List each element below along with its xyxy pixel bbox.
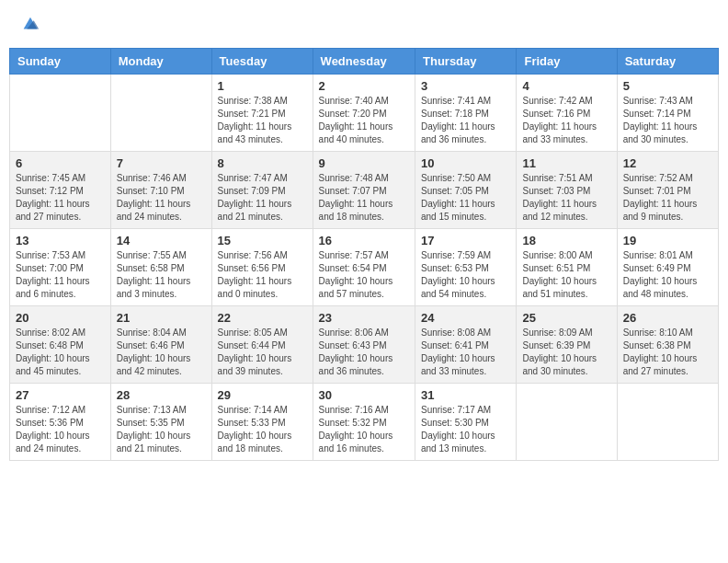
day-info: Sunrise: 8:01 AMSunset: 6:49 PMDaylight:… [623, 249, 712, 301]
calendar-cell: 28Sunrise: 7:13 AMSunset: 5:35 PMDayligh… [110, 384, 211, 461]
calendar-cell: 25Sunrise: 8:09 AMSunset: 6:39 PMDayligh… [517, 306, 617, 384]
day-number: 23 [319, 311, 409, 325]
calendar-cell: 3Sunrise: 7:41 AMSunset: 7:18 PMDaylight… [415, 75, 517, 152]
calendar-cell: 26Sunrise: 8:10 AMSunset: 6:38 PMDayligh… [617, 306, 718, 384]
calendar-cell: 18Sunrise: 8:00 AMSunset: 6:51 PMDayligh… [517, 229, 617, 306]
calendar: SundayMondayTuesdayWednesdayThursdayFrid… [9, 48, 719, 461]
day-of-week-header: Saturday [617, 49, 718, 75]
day-info: Sunrise: 7:55 AMSunset: 6:58 PMDaylight:… [117, 249, 206, 301]
calendar-cell: 6Sunrise: 7:45 AMSunset: 7:12 PMDaylight… [10, 152, 111, 229]
day-info: Sunrise: 8:05 AMSunset: 6:44 PMDaylight:… [218, 327, 307, 378]
day-info: Sunrise: 7:51 AMSunset: 7:03 PMDaylight:… [522, 172, 610, 224]
day-info: Sunrise: 8:04 AMSunset: 6:46 PMDaylight:… [117, 327, 206, 378]
logo [18, 14, 40, 34]
day-number: 16 [319, 234, 409, 247]
day-info: Sunrise: 7:42 AMSunset: 7:16 PMDaylight:… [522, 95, 610, 146]
calendar-cell: 30Sunrise: 7:16 AMSunset: 5:32 PMDayligh… [313, 384, 415, 461]
day-of-week-header: Friday [517, 49, 617, 75]
calendar-cell [517, 384, 617, 461]
calendar-cell: 19Sunrise: 8:01 AMSunset: 6:49 PMDayligh… [617, 229, 718, 306]
day-number: 2 [319, 79, 409, 93]
day-info: Sunrise: 7:12 AMSunset: 5:36 PMDaylight:… [16, 404, 105, 455]
day-info: Sunrise: 8:06 AMSunset: 6:43 PMDaylight:… [319, 327, 409, 378]
calendar-cell: 16Sunrise: 7:57 AMSunset: 6:54 PMDayligh… [313, 229, 415, 306]
day-info: Sunrise: 8:10 AMSunset: 6:38 PMDaylight:… [623, 327, 712, 378]
day-number: 26 [623, 311, 712, 325]
calendar-cell: 31Sunrise: 7:17 AMSunset: 5:30 PMDayligh… [415, 384, 517, 461]
day-info: Sunrise: 8:09 AMSunset: 6:39 PMDaylight:… [522, 327, 610, 378]
day-info: Sunrise: 7:38 AMSunset: 7:21 PMDaylight:… [218, 95, 307, 146]
calendar-cell: 7Sunrise: 7:46 AMSunset: 7:10 PMDaylight… [110, 152, 211, 229]
calendar-week-row: 13Sunrise: 7:53 AMSunset: 7:00 PMDayligh… [10, 229, 719, 306]
day-number: 1 [218, 79, 307, 93]
calendar-cell: 17Sunrise: 7:59 AMSunset: 6:53 PMDayligh… [415, 229, 517, 306]
calendar-week-row: 27Sunrise: 7:12 AMSunset: 5:36 PMDayligh… [10, 384, 719, 461]
day-number: 4 [522, 79, 610, 93]
day-number: 10 [421, 156, 510, 170]
calendar-cell: 8Sunrise: 7:47 AMSunset: 7:09 PMDaylight… [211, 152, 313, 229]
day-number: 6 [16, 156, 105, 170]
day-info: Sunrise: 7:40 AMSunset: 7:20 PMDaylight:… [319, 95, 409, 146]
day-number: 17 [421, 234, 510, 247]
day-of-week-header: Wednesday [313, 49, 415, 75]
day-number: 24 [421, 311, 510, 325]
calendar-cell: 21Sunrise: 8:04 AMSunset: 6:46 PMDayligh… [110, 306, 211, 384]
calendar-cell: 14Sunrise: 7:55 AMSunset: 6:58 PMDayligh… [110, 229, 211, 306]
day-number: 30 [319, 388, 409, 402]
day-info: Sunrise: 8:00 AMSunset: 6:51 PMDaylight:… [522, 249, 610, 301]
day-number: 25 [522, 311, 610, 325]
calendar-cell: 24Sunrise: 8:08 AMSunset: 6:41 PMDayligh… [415, 306, 517, 384]
day-number: 27 [16, 388, 105, 402]
day-number: 31 [421, 388, 510, 402]
logo-icon [20, 14, 40, 34]
day-info: Sunrise: 7:16 AMSunset: 5:32 PMDaylight:… [319, 404, 409, 455]
day-info: Sunrise: 7:47 AMSunset: 7:09 PMDaylight:… [218, 172, 307, 224]
day-info: Sunrise: 7:52 AMSunset: 7:01 PMDaylight:… [623, 172, 712, 224]
calendar-week-row: 1Sunrise: 7:38 AMSunset: 7:21 PMDaylight… [10, 75, 719, 152]
calendar-cell: 27Sunrise: 7:12 AMSunset: 5:36 PMDayligh… [10, 384, 111, 461]
day-number: 3 [421, 79, 510, 93]
day-info: Sunrise: 7:56 AMSunset: 6:56 PMDaylight:… [218, 249, 307, 301]
calendar-cell: 10Sunrise: 7:50 AMSunset: 7:05 PMDayligh… [415, 152, 517, 229]
day-number: 29 [218, 388, 307, 402]
calendar-cell: 12Sunrise: 7:52 AMSunset: 7:01 PMDayligh… [617, 152, 718, 229]
day-info: Sunrise: 7:41 AMSunset: 7:18 PMDaylight:… [421, 95, 510, 146]
day-info: Sunrise: 7:13 AMSunset: 5:35 PMDaylight:… [117, 404, 206, 455]
day-of-week-header: Thursday [415, 49, 517, 75]
day-number: 5 [623, 79, 712, 93]
day-info: Sunrise: 7:17 AMSunset: 5:30 PMDaylight:… [421, 404, 510, 455]
day-number: 12 [623, 156, 712, 170]
day-number: 21 [117, 311, 206, 325]
day-number: 8 [218, 156, 307, 170]
calendar-header-row: SundayMondayTuesdayWednesdayThursdayFrid… [10, 49, 719, 75]
day-number: 15 [218, 234, 307, 247]
day-number: 13 [16, 234, 105, 247]
day-number: 18 [522, 234, 610, 247]
day-number: 20 [16, 311, 105, 325]
day-of-week-header: Sunday [10, 49, 111, 75]
day-number: 7 [117, 156, 206, 170]
calendar-cell: 22Sunrise: 8:05 AMSunset: 6:44 PMDayligh… [211, 306, 313, 384]
calendar-week-row: 6Sunrise: 7:45 AMSunset: 7:12 PMDaylight… [10, 152, 719, 229]
calendar-cell [617, 384, 718, 461]
day-info: Sunrise: 7:43 AMSunset: 7:14 PMDaylight:… [623, 95, 712, 146]
day-of-week-header: Monday [110, 49, 211, 75]
calendar-cell: 11Sunrise: 7:51 AMSunset: 7:03 PMDayligh… [517, 152, 617, 229]
day-info: Sunrise: 7:50 AMSunset: 7:05 PMDaylight:… [421, 172, 510, 224]
calendar-cell: 29Sunrise: 7:14 AMSunset: 5:33 PMDayligh… [211, 384, 313, 461]
calendar-cell: 5Sunrise: 7:43 AMSunset: 7:14 PMDaylight… [617, 75, 718, 152]
day-info: Sunrise: 7:45 AMSunset: 7:12 PMDaylight:… [16, 172, 105, 224]
calendar-cell: 20Sunrise: 8:02 AMSunset: 6:48 PMDayligh… [10, 306, 111, 384]
day-info: Sunrise: 7:14 AMSunset: 5:33 PMDaylight:… [218, 404, 307, 455]
day-info: Sunrise: 7:57 AMSunset: 6:54 PMDaylight:… [319, 249, 409, 301]
day-number: 28 [117, 388, 206, 402]
day-info: Sunrise: 8:08 AMSunset: 6:41 PMDaylight:… [421, 327, 510, 378]
day-number: 22 [218, 311, 307, 325]
calendar-cell: 23Sunrise: 8:06 AMSunset: 6:43 PMDayligh… [313, 306, 415, 384]
day-info: Sunrise: 7:46 AMSunset: 7:10 PMDaylight:… [117, 172, 206, 224]
day-info: Sunrise: 7:48 AMSunset: 7:07 PMDaylight:… [319, 172, 409, 224]
calendar-cell: 4Sunrise: 7:42 AMSunset: 7:16 PMDaylight… [517, 75, 617, 152]
calendar-cell: 2Sunrise: 7:40 AMSunset: 7:20 PMDaylight… [313, 75, 415, 152]
day-of-week-header: Tuesday [211, 49, 313, 75]
day-number: 19 [623, 234, 712, 247]
